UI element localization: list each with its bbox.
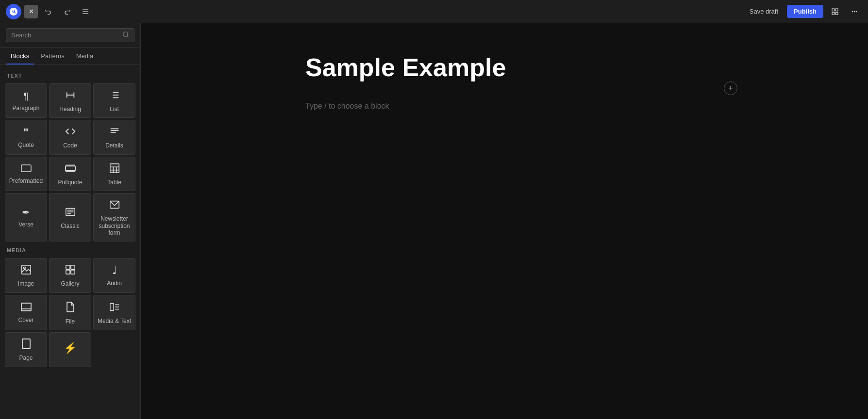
post-title[interactable]: Sample Example	[305, 52, 703, 82]
media-text-icon	[109, 302, 120, 314]
svg-rect-47	[22, 339, 30, 349]
block-label-image: Image	[18, 280, 34, 287]
block-label-media-text: Media & Text	[98, 318, 131, 324]
heading-icon	[65, 90, 76, 102]
tab-patterns[interactable]: Patterns	[36, 48, 69, 64]
add-block-button[interactable]: +	[724, 81, 737, 95]
page-icon	[22, 338, 31, 351]
svg-rect-39	[66, 270, 69, 274]
block-item-list[interactable]: List	[93, 83, 135, 118]
svg-rect-40	[70, 270, 74, 274]
svg-rect-21	[21, 165, 31, 172]
block-label-details: Details	[105, 142, 123, 149]
file-icon	[66, 301, 75, 314]
svg-point-10	[123, 32, 128, 36]
save-draft-button[interactable]: Save draft	[745, 5, 783, 18]
block-item-lightning[interactable]: ⚡	[49, 332, 91, 367]
block-item-audio[interactable]: ♩ Audio	[93, 258, 135, 292]
pullquote-icon	[65, 163, 76, 175]
svg-rect-43	[110, 303, 113, 310]
block-label-heading: Heading	[59, 106, 81, 113]
block-item-file[interactable]: File	[49, 295, 91, 330]
block-label-preformatted: Preformatted	[9, 177, 43, 184]
classic-icon	[65, 207, 76, 219]
undo-button[interactable]	[41, 4, 56, 19]
tab-blocks[interactable]: Blocks	[6, 48, 34, 64]
svg-rect-3	[832, 9, 835, 11]
block-label-list: List	[110, 106, 119, 113]
block-item-table[interactable]: Table	[93, 157, 135, 191]
topbar: ✕ Save draft Publish	[0, 0, 868, 23]
svg-rect-6	[835, 12, 838, 15]
block-item-newsletter[interactable]: Newsletter subscription form	[93, 193, 135, 242]
block-item-pullquote[interactable]: Pullquote	[49, 157, 91, 191]
block-item-heading[interactable]: Heading	[49, 83, 91, 118]
redo-button[interactable]	[59, 4, 75, 19]
block-label-page: Page	[19, 355, 33, 361]
view-toggle-button[interactable]	[827, 4, 843, 19]
topbar-right: Save draft Publish	[745, 4, 862, 19]
block-item-image[interactable]: Image	[5, 258, 47, 292]
details-icon	[109, 126, 120, 138]
cover-icon	[21, 303, 32, 313]
block-label-code: Code	[63, 142, 77, 149]
lightning-icon: ⚡	[64, 343, 77, 354]
tab-media[interactable]: Media	[71, 48, 98, 64]
search-icon	[122, 31, 129, 39]
settings-button[interactable]	[847, 4, 862, 19]
block-item-media-text[interactable]: Media & Text	[93, 295, 135, 330]
svg-rect-22	[65, 166, 75, 170]
wordpress-logo[interactable]	[6, 4, 21, 19]
block-item-cover[interactable]: Cover	[5, 295, 47, 330]
block-item-gallery[interactable]: Gallery	[49, 258, 91, 292]
search-input[interactable]	[11, 32, 118, 39]
block-item-classic[interactable]: Classic	[49, 193, 91, 242]
block-item-details[interactable]: Details	[93, 120, 135, 154]
block-label-table: Table	[107, 179, 121, 186]
block-item-page[interactable]: Page	[5, 332, 47, 367]
table-icon	[109, 163, 120, 175]
block-item-paragraph[interactable]: ¶ Paragraph	[5, 83, 47, 118]
svg-rect-4	[835, 9, 838, 11]
block-label-paragraph: Paragraph	[12, 105, 39, 112]
block-label-gallery: Gallery	[61, 280, 79, 287]
code-icon	[65, 126, 76, 138]
search-box	[6, 28, 134, 42]
gallery-icon	[65, 264, 76, 276]
block-label-pullquote: Pullquote	[58, 179, 82, 186]
block-label-audio: Audio	[107, 280, 122, 287]
canvas-inner: Sample Example Type / to choose a block …	[286, 23, 723, 145]
close-button[interactable]: ✕	[24, 5, 38, 18]
block-item-code[interactable]: Code	[49, 120, 91, 154]
svg-rect-5	[832, 12, 835, 15]
main-layout: Blocks Patterns Media TEXT ¶ Paragraph H…	[0, 23, 868, 419]
svg-rect-38	[70, 265, 74, 269]
svg-point-36	[23, 267, 25, 269]
list-view-button[interactable]	[78, 4, 93, 19]
block-item-verse[interactable]: ✒ Verse	[5, 193, 47, 242]
svg-rect-37	[66, 265, 69, 269]
topbar-left: ✕	[6, 4, 93, 19]
svg-rect-41	[21, 303, 31, 311]
preformatted-icon	[21, 164, 32, 174]
media-block-grid: Image Gallery ♩ Audio Cover	[5, 258, 135, 367]
svg-rect-25	[110, 164, 118, 173]
block-label-newsletter: Newsletter subscription form	[97, 215, 132, 236]
block-item-quote[interactable]: " Quote	[5, 120, 47, 154]
svg-point-7	[854, 11, 854, 12]
svg-point-8	[852, 11, 852, 12]
block-placeholder[interactable]: Type / to choose a block	[305, 97, 703, 115]
section-label-media: MEDIA	[7, 247, 134, 253]
sidebar: Blocks Patterns Media TEXT ¶ Paragraph H…	[0, 23, 141, 419]
list-icon	[109, 90, 120, 102]
block-label-verse: Verse	[18, 221, 33, 228]
publish-button[interactable]: Publish	[787, 5, 823, 18]
newsletter-icon	[109, 199, 120, 211]
sidebar-scroll[interactable]: TEXT ¶ Paragraph Heading List	[0, 65, 140, 419]
canvas-area[interactable]: Sample Example Type / to choose a block …	[141, 23, 868, 419]
tabs: Blocks Patterns Media	[0, 48, 140, 65]
quote-icon: "	[23, 127, 28, 138]
block-item-preformatted[interactable]: Preformatted	[5, 157, 47, 191]
search-container	[0, 23, 140, 48]
text-block-grid: ¶ Paragraph Heading List "	[5, 83, 135, 242]
